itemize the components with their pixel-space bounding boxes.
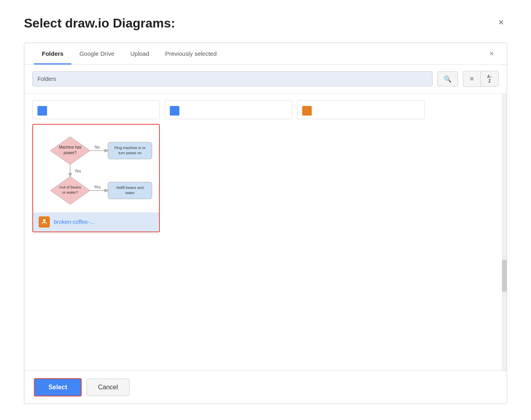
sort-az-icon: A↕Z: [487, 75, 492, 83]
drawio-logo-icon: [41, 218, 48, 226]
search-icon: 🔍: [444, 75, 452, 83]
page-header: Select draw.io Diagrams: ×: [24, 16, 507, 31]
sort-az-button[interactable]: A↕Z: [481, 71, 498, 86]
close-page-button[interactable]: ×: [495, 16, 507, 29]
svg-text:Yes: Yes: [75, 169, 81, 173]
tab-folders[interactable]: Folders: [34, 43, 71, 65]
svg-text:power?: power?: [64, 151, 77, 155]
dialog-close-button[interactable]: ×: [486, 47, 497, 60]
file-card-footer: broken-coffee-...: [33, 212, 159, 232]
page-title: Select draw.io Diagrams:: [24, 16, 175, 31]
flowchart-svg: Machine has power? No Plug machine in or…: [33, 125, 159, 212]
partial-card-2[interactable]: [165, 100, 292, 119]
file-grid: Machine has power? No Plug machine in or…: [32, 124, 499, 232]
svg-line-22: [46, 222, 47, 224]
partial-items-row: [32, 100, 499, 119]
tab-google-drive[interactable]: Google Drive: [71, 43, 122, 65]
sort-button-group: ≡ A↕Z: [463, 71, 499, 87]
svg-text:Yes: Yes: [94, 185, 100, 189]
svg-text:or water?: or water?: [62, 190, 78, 194]
partial-icon-3: [302, 106, 312, 116]
partial-card-3[interactable]: [297, 100, 425, 119]
svg-text:turn power on: turn power on: [118, 151, 142, 155]
dialog-content: Machine has power? No Plug machine in or…: [24, 94, 507, 371]
select-button[interactable]: Select: [34, 378, 82, 396]
list-view-button[interactable]: ≡: [463, 71, 481, 86]
svg-text:Plug machine in or: Plug machine in or: [114, 145, 146, 150]
tab-upload[interactable]: Upload: [122, 43, 157, 65]
partial-card-1[interactable]: [32, 100, 160, 119]
file-card-broken-coffee[interactable]: Machine has power? No Plug machine in or…: [32, 124, 160, 232]
svg-point-18: [43, 219, 45, 222]
filename-label: broken-coffee-...: [54, 219, 94, 225]
svg-text:water: water: [125, 190, 134, 195]
svg-text:Machine has: Machine has: [59, 145, 82, 149]
svg-text:Out of beans: Out of beans: [59, 185, 81, 189]
partial-icon-2: [170, 106, 179, 116]
toolbar: 🔍 ≡ A↕Z: [24, 65, 507, 94]
partial-icon-1: [37, 106, 47, 116]
dialog-footer: Select Cancel: [24, 371, 507, 404]
scrollbar-thumb[interactable]: [502, 260, 507, 292]
cancel-button[interactable]: Cancel: [87, 379, 130, 396]
svg-line-21: [42, 222, 43, 224]
tab-previously-selected[interactable]: Previously selected: [157, 43, 224, 65]
svg-text:Refill beans and: Refill beans and: [116, 185, 144, 190]
svg-text:No: No: [95, 145, 100, 149]
search-button[interactable]: 🔍: [437, 71, 458, 86]
scrollbar-track[interactable]: [502, 94, 507, 371]
diagram-preview: Machine has power? No Plug machine in or…: [33, 125, 159, 212]
list-icon: ≡: [470, 75, 474, 82]
drawio-icon: [39, 216, 50, 228]
path-input[interactable]: [32, 71, 433, 86]
dialog: Folders Google Drive Upload Previously s…: [24, 43, 507, 404]
dialog-header: Folders Google Drive Upload Previously s…: [24, 43, 507, 65]
